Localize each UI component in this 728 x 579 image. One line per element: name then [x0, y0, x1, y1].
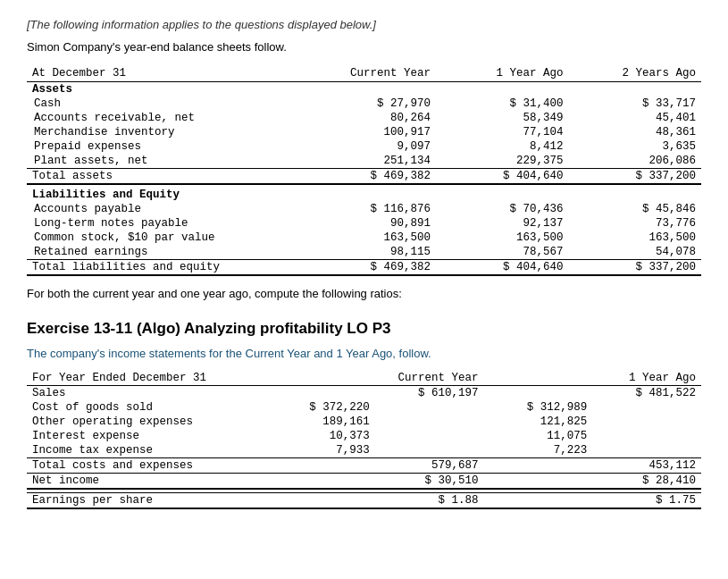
row-label: Accounts payable — [27, 202, 292, 216]
row-current: 163,500 — [292, 231, 436, 245]
table-row: Other operating expenses 189,161 121,825 — [27, 415, 701, 429]
table-row: Accounts payable $ 116,876 $ 70,436 $ 45… — [27, 202, 701, 216]
net-income-row: Net income $ 30,510 $ 28,410 — [27, 474, 701, 490]
row-2yr: 3,635 — [568, 139, 701, 154]
liabilities-title: Liabilities and Equity — [27, 188, 292, 202]
row-cur-sub: 10,373 — [266, 429, 375, 443]
total-liab-row: Total liabilities and equity $ 469,382 $… — [27, 260, 701, 276]
total-liab-1yr: $ 404,640 — [436, 260, 569, 276]
intro-text: [The following information applies to th… — [27, 18, 701, 31]
row-label: Income tax expense — [27, 443, 266, 458]
row-cur-sub: $ 372,220 — [266, 400, 375, 415]
bs-header-2yr: 2 Years Ago — [568, 66, 701, 82]
net-income-current: $ 30,510 — [375, 474, 484, 490]
row-yr1-sub: $ 312,989 — [483, 400, 592, 415]
sales-1yr: $ 481,522 — [592, 386, 701, 401]
total-costs-current: 579,687 — [375, 458, 484, 474]
bs-header-current: Current Year — [292, 66, 436, 82]
row-2yr: $ 33,717 — [568, 96, 701, 111]
table-row: Accounts receivable, net 80,264 58,349 4… — [27, 111, 701, 125]
total-assets-1yr: $ 404,640 — [436, 169, 569, 185]
row-current: 90,891 — [292, 216, 436, 231]
row-2yr: 45,401 — [568, 111, 701, 125]
row-current: $ 116,876 — [292, 202, 436, 216]
income-header-label: For Year Ended December 31 — [27, 371, 266, 386]
table-row: Prepaid expenses 9,097 8,412 3,635 — [27, 139, 701, 154]
table-row: Long-term notes payable 90,891 92,137 73… — [27, 216, 701, 231]
total-assets-label: Total assets — [27, 169, 292, 185]
table-row: Plant assets, net 251,134 229,375 206,08… — [27, 154, 701, 169]
row-1yr: $ 70,436 — [436, 202, 569, 216]
row-2yr: 206,086 — [568, 154, 701, 169]
for-both-text: For both the current year and one year a… — [27, 287, 701, 300]
row-cur-sub: 7,933 — [266, 443, 375, 458]
table-row: Merchandise inventory 100,917 77,104 48,… — [27, 125, 701, 139]
row-current: $ 27,970 — [292, 96, 436, 111]
total-assets-row: Total assets $ 469,382 $ 404,640 $ 337,2… — [27, 169, 701, 185]
row-1yr: 92,137 — [436, 216, 569, 231]
total-costs-label: Total costs and expenses — [27, 458, 266, 474]
row-cur-sub: 189,161 — [266, 415, 375, 429]
total-liab-current: $ 469,382 — [292, 260, 436, 276]
row-label: Merchandise inventory — [27, 125, 292, 139]
row-yr1-sub: 11,075 — [483, 429, 592, 443]
row-yr1-sub: 7,223 — [483, 443, 592, 458]
assets-title: Assets — [27, 82, 292, 97]
row-2yr: 54,078 — [568, 245, 701, 260]
row-1yr: 8,412 — [436, 139, 569, 154]
row-label: Plant assets, net — [27, 154, 292, 169]
table-row: Cash $ 27,970 $ 31,400 $ 33,717 — [27, 96, 701, 111]
net-income-1yr: $ 28,410 — [592, 474, 701, 490]
sales-row: Sales $ 610,197 $ 481,522 — [27, 386, 701, 401]
balance-sheet-table: At December 31 Current Year 1 Year Ago 2… — [27, 66, 701, 276]
net-income-label: Net income — [27, 474, 266, 490]
row-1yr: 229,375 — [436, 154, 569, 169]
row-1yr: 58,349 — [436, 111, 569, 125]
eps-current: $ 1.88 — [375, 492, 484, 508]
total-costs-row: Total costs and expenses 579,687 453,112 — [27, 458, 701, 474]
row-label: Interest expense — [27, 429, 266, 443]
eps-1yr: $ 1.75 — [592, 492, 701, 508]
row-label: Common stock, $10 par value — [27, 231, 292, 245]
eps-row: Earnings per share $ 1.88 $ 1.75 — [27, 492, 701, 508]
table-row: Common stock, $10 par value 163,500 163,… — [27, 231, 701, 245]
row-2yr: 73,776 — [568, 216, 701, 231]
row-1yr: $ 31,400 — [436, 96, 569, 111]
row-label: Prepaid expenses — [27, 139, 292, 154]
exercise-title: Exercise 13-11 (Algo) Analyzing profitab… — [27, 320, 701, 338]
total-assets-2yr: $ 337,200 — [568, 169, 701, 185]
income-description: The company's income statements for the … — [27, 347, 701, 360]
table-row: Income tax expense 7,933 7,223 — [27, 443, 701, 458]
row-label: Long-term notes payable — [27, 216, 292, 231]
balance-sheet-description: Simon Company's year-end balance sheets … — [27, 40, 701, 54]
row-current: 251,134 — [292, 154, 436, 169]
row-label: Cash — [27, 96, 292, 111]
sales-current: $ 610,197 — [375, 386, 484, 401]
bs-header-label: At December 31 — [27, 66, 292, 82]
total-liab-label: Total liabilities and equity — [27, 260, 292, 276]
row-1yr: 77,104 — [436, 125, 569, 139]
row-2yr: $ 45,846 — [568, 202, 701, 216]
row-current: 98,115 — [292, 245, 436, 260]
total-assets-current: $ 469,382 — [292, 169, 436, 185]
bs-header-1yr: 1 Year Ago — [436, 66, 569, 82]
row-2yr: 48,361 — [568, 125, 701, 139]
row-label: Accounts receivable, net — [27, 111, 292, 125]
table-row: Interest expense 10,373 11,075 — [27, 429, 701, 443]
row-yr1-sub: 121,825 — [483, 415, 592, 429]
table-row: Cost of goods sold $ 372,220 $ 312,989 — [27, 400, 701, 415]
eps-label: Earnings per share — [27, 492, 266, 508]
income-statement-table: For Year Ended December 31 Current Year … — [27, 371, 701, 509]
total-liab-2yr: $ 337,200 — [568, 260, 701, 276]
table-row: Retained earnings 98,115 78,567 54,078 — [27, 245, 701, 260]
sales-label: Sales — [27, 386, 266, 401]
row-1yr: 78,567 — [436, 245, 569, 260]
row-1yr: 163,500 — [436, 231, 569, 245]
row-label: Cost of goods sold — [27, 400, 266, 415]
row-current: 80,264 — [292, 111, 436, 125]
income-header-1yr: 1 Year Ago — [483, 371, 701, 386]
row-label: Retained earnings — [27, 245, 292, 260]
row-label: Other operating expenses — [27, 415, 266, 429]
row-current: 100,917 — [292, 125, 436, 139]
total-costs-1yr: 453,112 — [592, 458, 701, 474]
